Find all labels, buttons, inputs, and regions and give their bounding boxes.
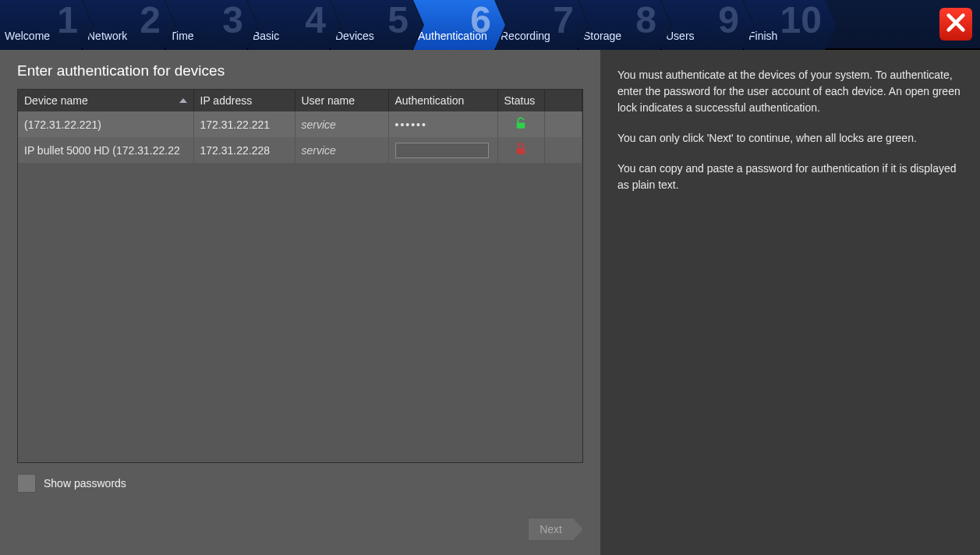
lock-open-icon (514, 120, 528, 133)
cell-auth (388, 137, 497, 163)
close-button[interactable] (939, 8, 972, 41)
wizard-step-bar: 1Welcome 2Network 3Time 4Basic 5Devices … (0, 0, 980, 50)
help-text: You can copy and paste a password for au… (617, 161, 963, 193)
step-label: Authentication (418, 30, 487, 42)
cell-user: service (295, 137, 388, 163)
step-label: Time (170, 30, 194, 42)
show-passwords-label: Show passwords (44, 477, 126, 490)
col-authentication[interactable]: Authentication (388, 90, 497, 111)
cell-status (497, 137, 544, 163)
close-icon (945, 12, 967, 37)
col-user-name[interactable]: User name (295, 90, 388, 111)
help-text: You must authenticate at the devices of … (617, 67, 963, 116)
cell-ip: 172.31.22.221 (193, 111, 295, 137)
col-spacer (544, 90, 582, 111)
col-status[interactable]: Status (497, 90, 544, 111)
step-label: Storage (583, 30, 621, 42)
step-users[interactable]: 9Users (661, 0, 753, 50)
device-table: Device name IP address User name Authent… (17, 89, 583, 463)
password-masked: •••••• (395, 118, 427, 131)
step-label: Recording (501, 30, 550, 42)
cell-device: (172.31.22.221) (18, 111, 193, 137)
step-network[interactable]: 2Network (83, 0, 175, 50)
col-ip-address[interactable]: IP address (193, 90, 295, 111)
table-row[interactable]: IP bullet 5000 HD (172.31.22.22 172.31.2… (18, 137, 582, 163)
cell-device: IP bullet 5000 HD (172.31.22.22 (18, 137, 193, 163)
step-welcome[interactable]: 1Welcome (0, 0, 92, 50)
step-label: Devices (335, 30, 374, 42)
step-storage[interactable]: 8Storage (578, 0, 670, 50)
cell-ip: 172.31.22.228 (193, 137, 295, 163)
svg-rect-1 (517, 148, 525, 154)
step-label: Welcome (5, 30, 50, 42)
step-label: Finish (748, 30, 777, 42)
table-row[interactable]: (172.31.22.221) 172.31.22.221 service ••… (18, 111, 582, 137)
step-label: Network (87, 30, 127, 42)
svg-rect-0 (517, 122, 525, 129)
lock-closed-icon (514, 146, 528, 158)
cell-auth: •••••• (388, 111, 497, 137)
step-basic[interactable]: 4Basic (248, 0, 340, 50)
col-device-name[interactable]: Device name (18, 90, 193, 111)
page-title: Enter authentication for devices (17, 62, 600, 80)
show-passwords-checkbox[interactable] (17, 474, 36, 493)
cell-user: service (295, 111, 388, 137)
step-finish[interactable]: 10Finish (744, 0, 836, 50)
cell-status (497, 111, 544, 137)
step-label: Basic (253, 30, 279, 42)
step-time[interactable]: 3Time (165, 0, 257, 50)
help-panel: You must authenticate at the devices of … (600, 50, 980, 555)
step-devices[interactable]: 5Devices (331, 0, 423, 50)
next-button-label: Next (540, 523, 562, 536)
password-input[interactable] (395, 143, 489, 158)
step-label: Users (666, 30, 695, 42)
next-button[interactable]: Next (528, 518, 583, 541)
help-text: You can only click 'Next' to continue, w… (617, 130, 963, 147)
main-panel: Enter authentication for devices Device … (0, 50, 600, 555)
step-recording[interactable]: 7Recording (496, 0, 588, 50)
step-authentication[interactable]: 6Authentication (413, 0, 505, 50)
